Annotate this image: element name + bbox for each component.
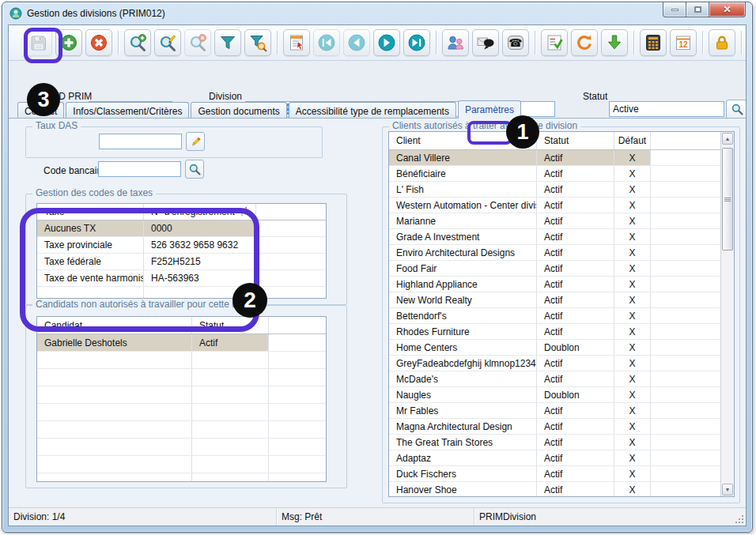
table-row-empty: [37, 439, 326, 456]
table-row[interactable]: Taxe de vente harmoniséeHA-563963: [37, 270, 326, 287]
table-row[interactable]: Highland ApplianceActifX: [389, 277, 720, 292]
table-row[interactable]: Rhodes FurnitureActifX: [389, 324, 720, 340]
nav-first-button[interactable]: [313, 29, 340, 56]
add-button[interactable]: [55, 29, 82, 56]
table-row-empty: [37, 473, 326, 482]
table-row[interactable]: Duck FischersActifX: [389, 466, 720, 482]
table-cell: Actif: [537, 324, 614, 339]
table-cell: X: [614, 403, 651, 418]
table-row[interactable]: Magna Architectural DesignActifX: [389, 419, 720, 435]
table-row[interactable]: Home CentersDoublonX: [389, 340, 720, 356]
table-row[interactable]: New World RealtyActifX: [389, 292, 720, 308]
code-bancaire-field[interactable]: [98, 161, 181, 177]
search-edit-button[interactable]: [154, 29, 181, 56]
table-row[interactable]: L' FishActifX: [389, 182, 720, 198]
table-row[interactable]: Taxe provinciale526 3632 9658 9632: [37, 237, 326, 254]
table-row[interactable]: Canal VillereActifX: [389, 150, 720, 166]
table-row[interactable]: Taxe fédéraleF252H5215: [37, 254, 326, 270]
table-row[interactable]: Hanover ShoeActifX: [389, 482, 720, 496]
column-header[interactable]: Défaut: [614, 132, 651, 149]
table-row[interactable]: BénéficiaireActifX: [389, 166, 720, 182]
pencil-icon: [189, 135, 202, 149]
minimize-button[interactable]: [663, 2, 686, 17]
table-row-empty: [37, 352, 326, 369]
nav-last-button[interactable]: [403, 29, 430, 56]
close-button[interactable]: ✕: [709, 2, 746, 17]
table-cell: HA-563963: [144, 270, 256, 286]
table-cell-filler: [256, 220, 326, 236]
taux-das-field[interactable]: [99, 134, 182, 149]
table-cell: GreyFadeabcdefghij klmnop123456789: [389, 356, 537, 371]
nav-prev-button[interactable]: [343, 29, 370, 56]
scroll-down-icon[interactable]: ▼: [722, 484, 733, 495]
column-header[interactable]: Candidat: [37, 317, 192, 333]
refresh-button[interactable]: [571, 29, 598, 56]
maximize-button[interactable]: [686, 2, 709, 17]
scroll-thumb[interactable]: [722, 148, 733, 251]
record-list-button[interactable]: [283, 29, 310, 56]
table-row[interactable]: The Great Train StoresActifX: [389, 435, 720, 450]
tab-infos-classement-criteres[interactable]: Infos/Classement/Critères: [66, 102, 189, 119]
table-row[interactable]: Mr FablesActifX: [389, 403, 720, 419]
table-cell-filler: [651, 182, 720, 197]
taux-das-edit-button[interactable]: [186, 132, 205, 151]
table-row-empty: [37, 421, 326, 439]
table-row[interactable]: McDade'sActifX: [389, 371, 720, 387]
code-bancaire-lookup-button[interactable]: [185, 160, 204, 179]
column-header[interactable]: Statut: [537, 132, 614, 149]
calendar-button[interactable]: 12: [670, 29, 697, 56]
table-row[interactable]: Gabrielle DeshotelsActif: [37, 334, 326, 352]
add-icon: [59, 33, 78, 52]
tab-parametres[interactable]: Paramètres: [458, 100, 521, 119]
contacts-button[interactable]: [442, 29, 469, 56]
clients-scrollbar[interactable]: ▲ ▼: [720, 132, 734, 496]
export-down-button[interactable]: [601, 29, 628, 56]
maximize-icon: [694, 6, 701, 13]
table-cell: Gabrielle Deshotels: [37, 334, 192, 351]
nav-next-button[interactable]: [373, 29, 400, 56]
tasks-button[interactable]: [541, 29, 568, 56]
filter-button[interactable]: [214, 29, 241, 56]
calculator-button[interactable]: [640, 29, 667, 56]
magnifier-icon: [188, 163, 202, 176]
tab-accessibilite-type-remplacements[interactable]: Accessibilité type de remplacements: [289, 102, 456, 119]
search-clear-button[interactable]: [184, 29, 211, 56]
table-row[interactable]: MarianneActifX: [389, 213, 720, 229]
table-row[interactable]: Enviro Architectural DesignsActifX: [389, 245, 720, 261]
table-cell: X: [614, 150, 651, 165]
tab-gestion-documents[interactable]: Gestion documents: [191, 102, 286, 119]
toolbar-separator: [702, 31, 703, 55]
table-row[interactable]: Bettendorf'sActifX: [389, 308, 720, 324]
table-row[interactable]: Aucunes TX0000: [37, 220, 326, 237]
search-new-button[interactable]: [124, 29, 151, 56]
lock-button[interactable]: [709, 29, 735, 56]
column-header[interactable]: Statut: [192, 317, 269, 333]
column-header[interactable]: Taxe: [37, 204, 144, 220]
table-cell-empty: [192, 456, 269, 473]
table-cell: X: [614, 435, 651, 450]
table-cell-empty: [37, 473, 192, 482]
resize-grip[interactable]: [735, 514, 743, 523]
toolbar-separator: [535, 31, 535, 55]
scroll-up-icon[interactable]: ▲: [722, 133, 733, 145]
table-row[interactable]: Food FairActifX: [389, 261, 720, 277]
code-bancaire-label: Code bancaire: [43, 163, 105, 179]
title-bar[interactable]: Gestion des divisions (PRIM012) ✕: [2, 2, 752, 24]
filter-search-button[interactable]: [244, 29, 271, 56]
cancel-button[interactable]: [85, 29, 112, 56]
save-button[interactable]: [25, 29, 52, 56]
table-row[interactable]: NauglesDoublonX: [389, 387, 720, 403]
table-cell: X: [614, 387, 651, 402]
table-row[interactable]: Western Automation - Center divisionActi…: [389, 198, 720, 213]
table-cell-filler: [651, 356, 720, 371]
phone-button[interactable]: ☎: [502, 29, 529, 56]
table-cell-filler: [269, 334, 326, 351]
column-header[interactable]: N° d'enregistrement↑1: [144, 204, 256, 220]
message-button[interactable]: [472, 29, 499, 56]
table-row[interactable]: Grade A InvestmentActifX: [389, 229, 720, 245]
table-row-empty: [37, 456, 326, 473]
table-cell-filler: [269, 421, 326, 438]
table-row[interactable]: AdaptazActifX: [389, 450, 720, 466]
table-row[interactable]: GreyFadeabcdefghij klmnop123456789ActifX: [389, 356, 720, 371]
table-cell: X: [614, 229, 651, 244]
